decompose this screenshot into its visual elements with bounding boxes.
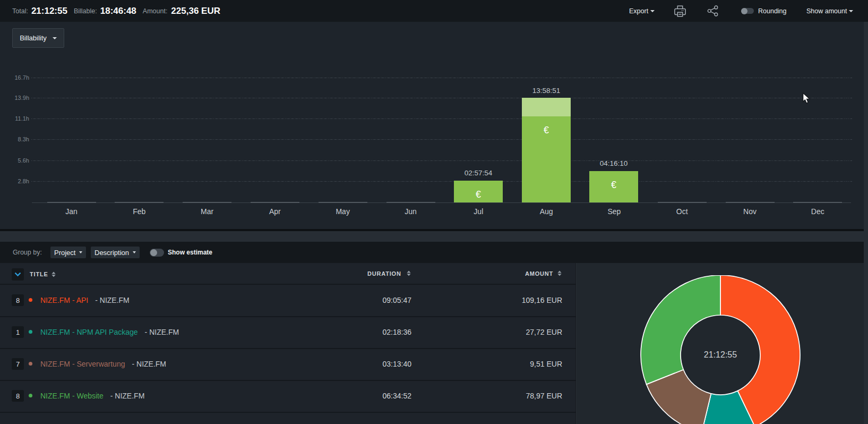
svg-text:21:12:55: 21:12:55 [704, 350, 737, 359]
